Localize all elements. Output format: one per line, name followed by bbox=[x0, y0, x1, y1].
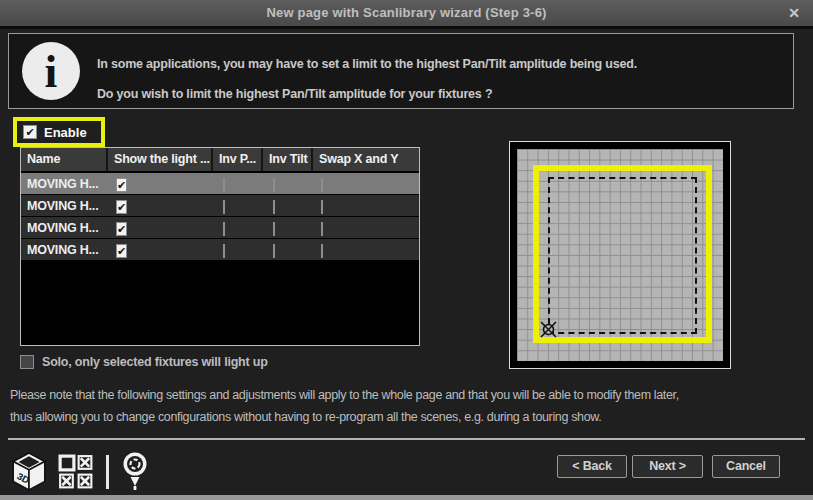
inv-pan-checkbox[interactable] bbox=[223, 200, 225, 214]
back-button[interactable]: < Back bbox=[557, 455, 627, 478]
dialog-title: New page with Scanlibrary wizard (Step 3… bbox=[0, 0, 813, 26]
fixture-name: MOVING H... bbox=[21, 199, 108, 213]
solo-checkbox-group[interactable]: Solo, only selected fixtures will light … bbox=[20, 355, 268, 369]
beam-bulb-icon[interactable] bbox=[121, 451, 149, 493]
inv-pan-checkbox[interactable] bbox=[223, 244, 225, 258]
table-row[interactable]: MOVING H... ✔ bbox=[21, 173, 419, 194]
table-row[interactable]: MOVING H... ✔ bbox=[21, 239, 419, 260]
enable-checkbox-group[interactable]: ✔ Enable bbox=[13, 117, 105, 147]
inv-tilt-checkbox[interactable] bbox=[273, 244, 275, 258]
table-row[interactable]: MOVING H... ✔ bbox=[21, 217, 419, 238]
toolbar-separator bbox=[106, 455, 109, 489]
fixture-name: MOVING H... bbox=[21, 177, 108, 191]
note-line2: thus allowing you to change configuratio… bbox=[10, 406, 808, 428]
show-light-checkbox[interactable]: ✔ bbox=[116, 178, 127, 192]
enable-checkbox[interactable]: ✔ bbox=[23, 125, 37, 139]
inv-tilt-checkbox[interactable] bbox=[273, 200, 275, 214]
column-header-inv-tilt[interactable]: Inv Tilt bbox=[263, 148, 313, 171]
footer-divider bbox=[8, 438, 805, 440]
table-row[interactable]: MOVING H... ✔ bbox=[21, 195, 419, 216]
footer-toolbar: 3D bbox=[10, 451, 149, 493]
show-light-checkbox[interactable]: ✔ bbox=[116, 200, 127, 214]
wizard-dialog: New page with Scanlibrary wizard (Step 3… bbox=[0, 0, 813, 500]
amplitude-dashed-box[interactable] bbox=[548, 177, 697, 334]
inv-pan-checkbox[interactable] bbox=[223, 222, 225, 236]
info-text-line2: Do you wish to limit the highest Pan/Til… bbox=[97, 87, 492, 101]
pan-tilt-preview[interactable] bbox=[509, 141, 731, 369]
title-bar: New page with Scanlibrary wizard (Step 3… bbox=[0, 0, 813, 29]
3d-view-icon[interactable]: 3D bbox=[10, 452, 48, 492]
fixture-table: Name Show the light ... Inv P... Inv Til… bbox=[20, 147, 420, 346]
next-button[interactable]: Next > bbox=[632, 455, 703, 478]
inv-tilt-checkbox[interactable] bbox=[273, 178, 275, 192]
column-header-show-light[interactable]: Show the light ... bbox=[108, 148, 213, 171]
show-light-checkbox[interactable]: ✔ bbox=[116, 222, 127, 236]
info-icon: i bbox=[22, 42, 80, 100]
swap-xy-checkbox[interactable] bbox=[321, 200, 323, 214]
fixture-name: MOVING H... bbox=[21, 221, 108, 235]
window-bottom-edge bbox=[0, 495, 813, 500]
fixture-group-grid-icon[interactable] bbox=[58, 454, 94, 490]
note-text: Please note that the following settings … bbox=[10, 384, 808, 428]
solo-checkbox[interactable] bbox=[20, 355, 34, 369]
pan-tilt-grid[interactable] bbox=[517, 149, 723, 361]
corner-handle-icon[interactable] bbox=[540, 321, 557, 338]
swap-xy-checkbox[interactable] bbox=[321, 222, 323, 236]
inv-tilt-checkbox[interactable] bbox=[273, 222, 275, 236]
solo-label: Solo, only selected fixtures will light … bbox=[42, 355, 268, 369]
swap-xy-checkbox[interactable] bbox=[321, 244, 323, 258]
cancel-button[interactable]: Cancel bbox=[712, 455, 780, 478]
column-header-name[interactable]: Name bbox=[21, 148, 108, 171]
inv-pan-checkbox[interactable] bbox=[223, 178, 225, 192]
close-icon[interactable]: ✕ bbox=[783, 0, 805, 26]
column-header-swap-xy[interactable]: Swap X and Y bbox=[313, 148, 419, 171]
info-panel: i In some applications, you may have to … bbox=[8, 33, 794, 109]
enable-label: Enable bbox=[44, 125, 87, 140]
table-header: Name Show the light ... Inv P... Inv Til… bbox=[21, 148, 419, 173]
info-text-line1: In some applications, you may have to se… bbox=[97, 57, 637, 71]
column-header-inv-pan[interactable]: Inv P... bbox=[213, 148, 263, 171]
show-light-checkbox[interactable]: ✔ bbox=[116, 244, 127, 258]
note-line1: Please note that the following settings … bbox=[10, 384, 808, 406]
swap-xy-checkbox[interactable] bbox=[321, 178, 323, 192]
fixture-name: MOVING H... bbox=[21, 243, 108, 257]
